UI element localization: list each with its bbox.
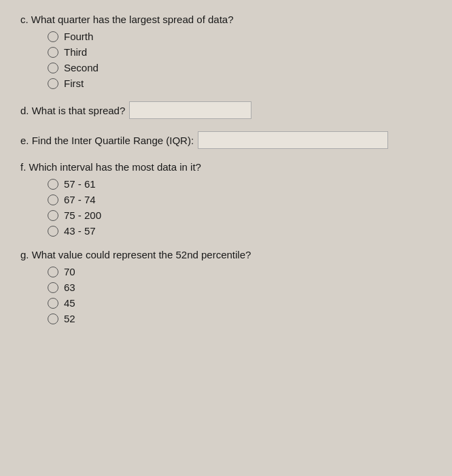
question-c-label: c. What quarter has the largest spread o…	[20, 14, 432, 25]
question-f-label: f. Which interval has the most data in i…	[20, 161, 432, 173]
option-f-3[interactable]: 75 - 200	[48, 209, 432, 221]
radio-c-first[interactable]	[48, 78, 58, 89]
label-c-second: Second	[64, 62, 99, 73]
label-f-3: 75 - 200	[64, 209, 101, 221]
radio-c-third[interactable]	[48, 47, 58, 58]
option-c-third[interactable]: Third	[48, 46, 432, 58]
option-g-52[interactable]: 52	[48, 313, 432, 324]
label-c-first: First	[64, 78, 84, 89]
option-f-4[interactable]: 43 - 57	[48, 225, 432, 237]
radio-g-70[interactable]	[48, 267, 58, 277]
radio-f-2[interactable]	[48, 194, 58, 205]
question-g-label: g. What value could represent the 52nd p…	[20, 249, 432, 260]
question-f: f. Which interval has the most data in i…	[20, 161, 432, 237]
radio-g-45[interactable]	[48, 298, 58, 309]
option-g-45[interactable]: 45	[48, 297, 432, 309]
question-e-label: e. Find the Inter Quartile Range (IQR):	[20, 135, 194, 146]
label-c-third: Third	[64, 46, 87, 58]
radio-f-4[interactable]	[48, 226, 58, 237]
option-c-second[interactable]: Second	[48, 62, 432, 73]
radio-f-3[interactable]	[48, 210, 58, 221]
option-g-63[interactable]: 63	[48, 282, 432, 293]
question-c-options: Fourth Third Second First	[48, 31, 432, 89]
radio-f-1[interactable]	[48, 179, 58, 190]
radio-c-fourth[interactable]	[48, 31, 58, 42]
question-c: c. What quarter has the largest spread o…	[20, 14, 432, 89]
option-f-1[interactable]: 57 - 61	[48, 178, 432, 190]
label-f-4: 43 - 57	[64, 225, 96, 237]
radio-g-63[interactable]	[48, 282, 58, 293]
question-d-input[interactable]	[129, 101, 251, 119]
option-g-70[interactable]: 70	[48, 266, 432, 277]
label-c-fourth: Fourth	[64, 31, 93, 42]
question-d-label: d. What is that spread?	[20, 105, 125, 116]
label-f-2: 67 - 74	[64, 194, 96, 205]
label-g-70: 70	[64, 266, 75, 277]
label-g-45: 45	[64, 297, 75, 309]
question-d: d. What is that spread?	[20, 101, 432, 119]
radio-c-second[interactable]	[48, 63, 58, 73]
label-g-63: 63	[64, 282, 75, 293]
question-g-options: 70 63 45 52	[48, 266, 432, 324]
question-e-input[interactable]	[198, 131, 388, 149]
option-f-2[interactable]: 67 - 74	[48, 194, 432, 205]
label-f-1: 57 - 61	[64, 178, 96, 190]
radio-g-52[interactable]	[48, 313, 58, 324]
label-g-52: 52	[64, 313, 75, 324]
option-c-first[interactable]: First	[48, 78, 432, 89]
question-e: e. Find the Inter Quartile Range (IQR):	[20, 131, 432, 149]
question-f-options: 57 - 61 67 - 74 75 - 200 43 - 57	[48, 178, 432, 237]
question-g: g. What value could represent the 52nd p…	[20, 249, 432, 324]
option-c-fourth[interactable]: Fourth	[48, 31, 432, 42]
